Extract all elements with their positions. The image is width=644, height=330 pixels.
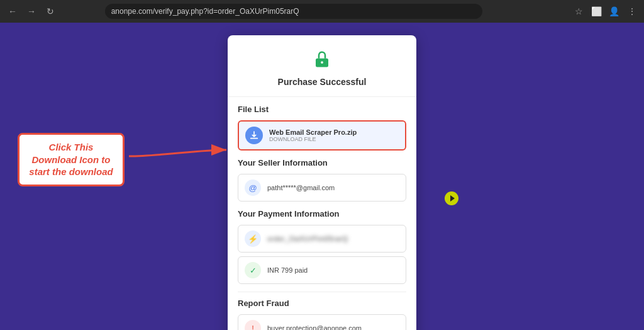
extensions-icon[interactable]: ⬜: [590, 4, 604, 18]
file-download-item[interactable]: Web Email Scraper Pro.zip DOWNLOAD FILE: [238, 120, 406, 151]
file-info: Web Email Scraper Pro.zip DOWNLOAD FILE: [269, 128, 399, 142]
annotation-arrow: [123, 137, 236, 175]
seller-section: Your Seller Information @ patht*****@gma…: [238, 158, 406, 202]
seller-email-row: @ patht*****@gmail.com: [238, 174, 406, 202]
file-sub: DOWNLOAD FILE: [269, 136, 399, 142]
profile-icon[interactable]: 👤: [608, 4, 621, 18]
browser-icons: ☆ ⬜ 👤 ⋮: [572, 4, 639, 18]
address-bar[interactable]: anonpe.com/verify_pay.php?id=order_OaXUr…: [105, 4, 482, 19]
star-icon[interactable]: ☆: [572, 4, 586, 18]
svg-point-1: [321, 61, 323, 64]
url-text: anonpe.com/verify_pay.php?id=order_OaXUr…: [111, 7, 299, 16]
annotation-text: Click This Download Icon to start the do…: [28, 141, 114, 178]
seller-title: Your Seller Information: [238, 158, 406, 168]
cursor-arrow: [450, 195, 455, 202]
report-title: Report Fraud: [238, 299, 406, 308]
amount-row: ✓ INR 799 paid: [238, 256, 406, 284]
reload-button[interactable]: ↻: [43, 4, 58, 19]
file-list-title: File List: [238, 105, 406, 114]
report-email-row: ! buyer.protection@anonpe.com: [238, 314, 406, 330]
file-name: Web Email Scraper Pro.zip: [269, 128, 399, 136]
report-email: buyer.protection@anonpe.com: [267, 324, 362, 330]
order-id: order_OaXUrPim05rarQ: [267, 235, 348, 242]
annotation-box: Click This Download Icon to start the do…: [18, 133, 125, 186]
seller-email: patht*****@gmail.com: [267, 184, 335, 191]
payment-title: Your Payment Information: [238, 209, 406, 219]
forward-button[interactable]: →: [24, 4, 39, 19]
purchase-title: Purchase Successful: [240, 77, 404, 87]
card-header: Purchase Successful: [228, 35, 416, 97]
menu-icon[interactable]: ⋮: [625, 4, 639, 18]
back-button[interactable]: ←: [5, 4, 20, 19]
cursor-indicator: [445, 191, 458, 205]
lock-icon: [311, 48, 333, 71]
browser-chrome: ← → ↻ anonpe.com/verify_pay.php?id=order…: [0, 0, 644, 23]
amount-text: INR 799 paid: [267, 266, 308, 274]
card-body: File List Web Email Scraper Pro.zip DOWN…: [228, 97, 416, 330]
email-icon: @: [245, 179, 261, 196]
check-icon: ✓: [245, 262, 261, 278]
order-id-row: ⚡ order_OaXUrPim05rarQ: [238, 225, 406, 253]
main-content: Purchase Successful File List Web Email …: [0, 23, 644, 330]
download-icon-circle[interactable]: [245, 127, 263, 144]
bolt-icon: ⚡: [245, 230, 261, 247]
report-section: Report Fraud ! buyer.protection@anonpe.c…: [238, 292, 406, 330]
payment-card: Purchase Successful File List Web Email …: [228, 35, 416, 330]
payment-section: Your Payment Information ⚡ order_OaXUrPi…: [238, 209, 406, 284]
warning-icon: !: [245, 320, 261, 330]
